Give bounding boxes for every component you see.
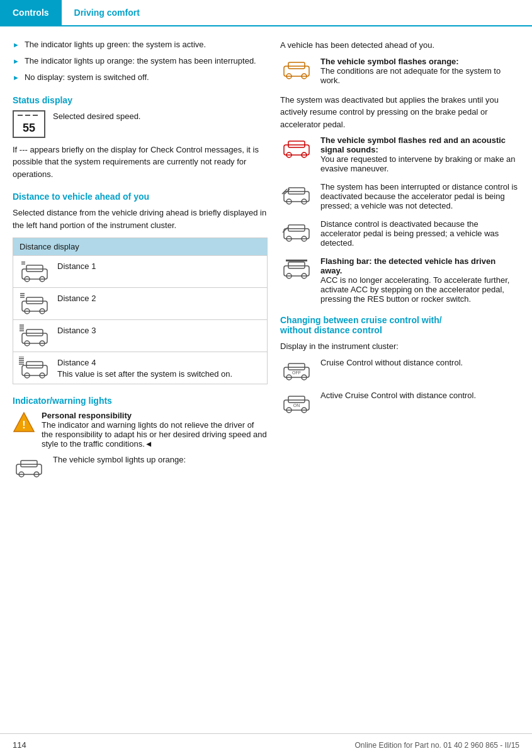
driving-comfort-label: Driving comfort: [74, 8, 140, 18]
distance-row-4: Distance 4 This value is set after the s…: [13, 352, 267, 384]
indicator-warning-section: Indicator/warning lights ! Personal resp…: [13, 396, 268, 479]
distance-table: Distance display: [13, 238, 268, 384]
arrow-icon-3: ►: [13, 73, 20, 83]
distance-row-1: Distance 1: [13, 255, 267, 287]
status-display-text: Selected desired speed.: [53, 110, 268, 128]
bullet-text-2: The indicator lights up orange: the syst…: [25, 55, 256, 67]
svg-rect-55: [284, 229, 309, 239]
svg-rect-12: [26, 297, 43, 304]
cc-off-row: OFF Cruise Control without distance cont…: [280, 358, 519, 382]
controls-label: Controls: [13, 8, 49, 18]
svg-rect-60: [284, 266, 309, 276]
arrow-icon-1: ►: [13, 40, 20, 50]
warning-personal-row: ! Personal responsibility The indicator …: [13, 411, 268, 449]
cc-off-icon: OFF: [280, 358, 313, 382]
distance-row-2: Distance 2: [13, 287, 267, 319]
changing-cruise-intro: Display in the instrument cluster:: [280, 340, 519, 353]
svg-rect-38: [21, 461, 37, 467]
vehicle-detected-intro: A vehicle has been detected ahead of you…: [280, 39, 519, 52]
warning-personal-text: Personal responsibility The indicator an…: [42, 411, 268, 449]
car-red-flash-icon: [280, 135, 313, 159]
bullet-text-3: No display: system is switched off.: [25, 72, 149, 83]
footer-text: Online Edition for Part no. 01 40 2 960 …: [354, 741, 519, 750]
right-row-5: Distance control is deactivated because …: [280, 219, 519, 248]
distance-1-icon: [18, 260, 51, 284]
bullet-item-2: ► The indicator lights up orange: the sy…: [13, 55, 268, 67]
system-deactivated-text: The system was deactivated but applies t…: [280, 94, 519, 131]
distance-ahead-intro: Selected distance from the vehicle drivi…: [13, 207, 268, 231]
speed-icon: 55: [13, 110, 45, 140]
left-column: ► The indicator lights up green: the sys…: [13, 39, 268, 488]
distance-4-content: Distance 4 This value is set after the s…: [57, 356, 232, 380]
cc-on-icon: ON: [280, 391, 313, 415]
vehicle-orange-row: The vehicle symbol lights up orange:: [13, 455, 268, 479]
svg-rect-37: [16, 464, 42, 474]
cc-off-text: Cruise Control without distance control.: [320, 358, 463, 367]
red-flash-title: The vehicle symbol flashes red and an ac…: [320, 135, 506, 154]
svg-rect-18: [22, 333, 47, 343]
svg-rect-56: [288, 225, 305, 231]
svg-text:55: 55: [23, 122, 35, 134]
header-tab-controls[interactable]: Controls: [0, 0, 62, 25]
car-orange-icon: [13, 455, 45, 479]
distance-row-3: Distance 3: [13, 319, 267, 352]
svg-rect-27: [26, 362, 43, 368]
car-acc-off-icon: [280, 219, 313, 243]
car-interrupted-icon: [280, 182, 313, 206]
personal-responsibility-title: Personal responsibility: [42, 411, 132, 420]
flash-bar-title: Flashing bar: the detected vehicle has d…: [320, 256, 495, 275]
distance-2-label: Distance 2: [57, 292, 96, 304]
svg-rect-46: [288, 141, 305, 147]
bullet-text-1: The indicator lights up green: the syste…: [25, 39, 206, 50]
right-column: A vehicle has been detected ahead of you…: [280, 39, 519, 488]
header-tab-driving-comfort[interactable]: Driving comfort: [62, 0, 152, 25]
warning-triangle-icon: !: [13, 411, 35, 435]
indicator-warning-heading: Indicator/warning lights: [13, 396, 268, 406]
svg-text:ON: ON: [293, 403, 300, 408]
status-display-section: Status display 55 Selected desired speed…: [13, 95, 268, 181]
right-row-1-text: The vehicle symbol flashes orange: The c…: [320, 57, 519, 85]
cc-on-row: ON Active Cruise Control with distance c…: [280, 391, 519, 415]
right-row-3-text: The vehicle symbol flashes red and an ac…: [320, 135, 519, 173]
right-row-3: The vehicle symbol flashes red and an ac…: [280, 135, 519, 173]
personal-responsibility-body: The indicator and warning lights do not …: [42, 420, 267, 449]
red-flash-body: You are requested to intervene by brakin…: [320, 154, 516, 173]
distance-4-extra: This value is set after the system is sw…: [57, 369, 232, 379]
page-footer: 114 Online Edition for Part no. 01 40 2 …: [0, 733, 532, 756]
distance-2-icon: [18, 292, 51, 316]
svg-rect-64: [286, 260, 307, 261]
svg-rect-66: [288, 364, 305, 370]
right-row-1: The vehicle symbol flashes orange: The c…: [280, 57, 519, 85]
svg-rect-45: [284, 145, 309, 155]
changing-cruise-heading: Changing between cruise control with/wit…: [280, 315, 519, 335]
orange-flash-title: The vehicle symbol flashes orange:: [320, 57, 459, 66]
distance-4-icon: [18, 356, 51, 380]
flash-bar-body: ACC is no longer accelerating. To accele…: [320, 275, 509, 304]
svg-rect-61: [288, 262, 305, 268]
main-content: ► The indicator lights up green: the sys…: [0, 26, 532, 488]
svg-rect-49: [284, 192, 309, 202]
svg-rect-50: [288, 188, 305, 194]
distance-ahead-heading: Distance to vehicle ahead of you: [13, 192, 268, 202]
distance-table-header: Distance display: [13, 238, 267, 255]
right-row-5-text: Distance control is deactivated because …: [320, 219, 519, 248]
car-orange-flash-icon: [280, 57, 313, 81]
svg-text:!: !: [22, 420, 25, 430]
svg-rect-42: [288, 62, 305, 69]
distance-4-label: Distance 4: [57, 358, 96, 367]
distance-ahead-section: Distance to vehicle ahead of you Selecte…: [13, 192, 268, 384]
vehicle-orange-text: The vehicle symbol lights up orange:: [53, 455, 186, 464]
distance-3-label: Distance 3: [57, 324, 96, 336]
svg-rect-6: [26, 265, 43, 272]
changing-cruise-section: Changing between cruise control with/wit…: [280, 315, 519, 415]
svg-rect-11: [22, 301, 47, 311]
page-header: Controls Driving comfort: [0, 0, 532, 26]
orange-flash-body: The conditions are not adequate for the …: [320, 66, 501, 85]
selected-desired-speed: Selected desired speed.: [53, 110, 268, 123]
cc-on-text: Active Cruise Control with distance cont…: [320, 391, 476, 400]
svg-line-59: [283, 227, 288, 232]
page-number: 114: [13, 740, 26, 750]
svg-rect-41: [284, 66, 309, 76]
distance-3-icon: [18, 324, 51, 348]
svg-rect-19: [26, 329, 43, 336]
